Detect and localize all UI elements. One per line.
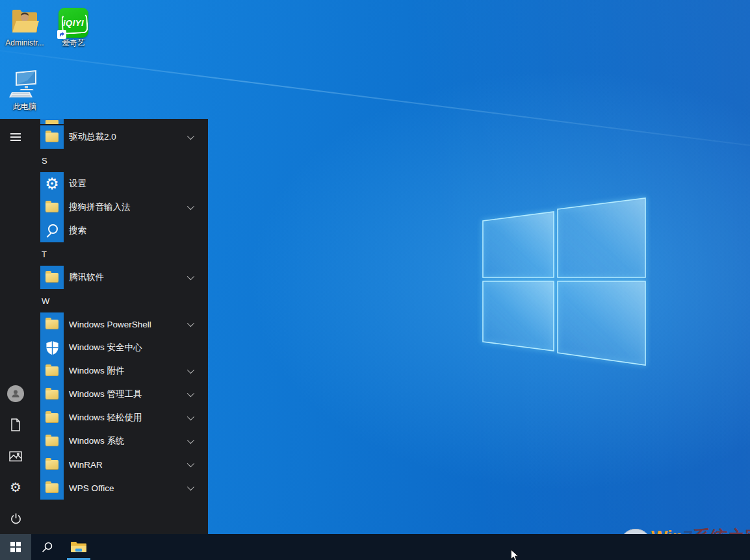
desktop-icon-label: 爱奇艺 [52, 39, 95, 47]
start-menu-item-wps-office[interactable]: WPS Office [0, 476, 208, 500]
clipped-tile [40, 119, 64, 124]
taskbar: 英 拼 10:02 2021/6/4 1 [0, 534, 750, 560]
file-explorer-button[interactable] [62, 534, 95, 560]
search-icon [45, 223, 59, 238]
start-menu-item-windows-admin-tools[interactable]: Windows 管理工具 [0, 383, 208, 406]
start-menu-item-label: Windows PowerShell [69, 320, 151, 329]
chevron-down-icon[interactable] [187, 483, 194, 490]
start-menu-rail: ⚙ [0, 119, 31, 534]
folder-icon [45, 133, 58, 142]
iqiyi-app-icon: iQIYI [58, 8, 88, 38]
start-menu-item-search[interactable]: 搜索 [0, 219, 208, 242]
start-menu-section-header: T [0, 242, 208, 266]
start-menu-item-windows-accessories[interactable]: Windows 附件 [0, 359, 208, 383]
pictures-icon [9, 451, 22, 462]
start-menu-item-label: Windows 管理工具 [69, 388, 142, 400]
app-tile [40, 266, 64, 289]
chevron-down-icon[interactable] [187, 460, 194, 467]
app-tile [40, 383, 64, 406]
this-pc-icon [3, 68, 46, 101]
start-menu-item-windows-security[interactable]: Windows 安全中心 [0, 336, 208, 359]
chevron-down-icon[interactable] [187, 273, 194, 280]
desktop-icon-label: Administr... [3, 39, 46, 47]
start-menu-item-label: Windows 轻松使用 [69, 412, 142, 424]
folder-icon [45, 366, 58, 376]
chevron-down-icon[interactable] [187, 437, 194, 444]
folder-icon [45, 320, 58, 329]
start-menu-item-winrar[interactable]: WinRAR [0, 453, 208, 476]
folder-icon [45, 437, 58, 446]
shield-icon [45, 340, 59, 355]
start-menu-item-label: Windows 安全中心 [69, 342, 142, 353]
windows-logo-icon [10, 542, 21, 553]
desktop-icon-iqiyi[interactable]: iQIYI 爱奇艺 [52, 4, 95, 47]
search-icon [42, 542, 53, 553]
chevron-down-icon[interactable] [187, 133, 194, 140]
settings-button[interactable]: ⚙ [0, 474, 31, 500]
app-tile: ⚙ [40, 172, 64, 196]
app-tile [40, 312, 64, 336]
user-avatar-icon [7, 385, 24, 402]
start-menu-item-windows-system[interactable]: Windows 系统 [0, 429, 208, 453]
desktop-screen: Administr... iQIYI 爱奇艺 [0, 0, 750, 560]
folder-icon [45, 460, 58, 470]
file-explorer-icon [70, 541, 87, 554]
chevron-down-icon[interactable] [187, 366, 194, 374]
desktop-icon-administrator[interactable]: Administr... [3, 4, 46, 47]
app-tile [40, 359, 64, 383]
start-menu-item-label: 搜索 [69, 225, 86, 236]
app-tile [40, 406, 64, 429]
folder-icon [45, 413, 58, 423]
start-menu-item-label: Windows 附件 [69, 365, 125, 377]
start-menu-item-label: 设置 [69, 178, 86, 190]
start-menu-item-settings[interactable]: ⚙设置 [0, 172, 208, 196]
gear-icon: ⚙ [45, 176, 59, 192]
app-tile [40, 453, 64, 476]
expand-menu-button[interactable] [0, 124, 31, 150]
start-menu-item-driver-genius[interactable]: 驱动总裁2.0 [0, 125, 208, 149]
desktop-icon-this-pc[interactable]: 此电脑 [3, 68, 46, 111]
desktop-icon-label: 此电脑 [3, 103, 46, 111]
start-menu-section-header: W [0, 289, 208, 312]
chevron-down-icon[interactable] [187, 203, 194, 210]
app-tile [40, 125, 64, 149]
hamburger-icon [10, 131, 21, 143]
gear-icon: ⚙ [10, 481, 21, 494]
app-tile [40, 336, 64, 359]
start-menu-item-label: WPS Office [69, 483, 114, 493]
start-menu-item-label: 腾讯软件 [69, 272, 104, 283]
chevron-down-icon[interactable] [187, 320, 194, 327]
start-button[interactable] [0, 534, 31, 560]
start-menu-list: 驱动总裁2.0S⚙设置搜狗拼音输入法搜索T腾讯软件WWindows PowerS… [0, 119, 208, 500]
start-menu-item-label: WinRAR [69, 460, 103, 470]
power-icon [10, 513, 22, 525]
app-tile [40, 476, 64, 500]
shortcut-arrow-icon [57, 30, 66, 39]
folder-icon [45, 203, 58, 212]
start-menu-item-label: 搜狗拼音输入法 [69, 201, 131, 213]
start-menu-item-sogou-pinyin[interactable]: 搜狗拼音输入法 [0, 196, 208, 219]
start-menu-section-header: S [0, 149, 208, 172]
power-button[interactable] [0, 505, 31, 531]
chevron-down-icon[interactable] [187, 413, 194, 420]
document-icon [10, 418, 21, 431]
app-tile [40, 219, 64, 242]
documents-button[interactable] [0, 412, 31, 438]
start-menu-item-windows-powershell[interactable]: Windows PowerShell [0, 312, 208, 336]
pictures-button[interactable] [0, 443, 31, 469]
user-folder-icon [3, 4, 46, 38]
start-menu-item-label: Windows 系统 [69, 435, 125, 447]
taskbar-search-button[interactable] [31, 534, 62, 560]
folder-icon [45, 273, 58, 283]
chevron-down-icon[interactable] [187, 390, 194, 397]
start-menu-item-tencent-software[interactable]: 腾讯软件 [0, 266, 208, 289]
app-tile [40, 196, 64, 219]
start-menu: 驱动总裁2.0S⚙设置搜狗拼音输入法搜索T腾讯软件WWindows PowerS… [0, 119, 208, 534]
start-menu-item-label: 驱动总裁2.0 [69, 131, 116, 143]
folder-icon [45, 390, 58, 400]
wallpaper-windows-logo [474, 192, 656, 374]
user-account-button[interactable] [0, 381, 31, 407]
start-menu-item-windows-ease-of-access[interactable]: Windows 轻松使用 [0, 406, 208, 429]
app-tile [40, 429, 64, 453]
folder-icon [45, 483, 58, 493]
